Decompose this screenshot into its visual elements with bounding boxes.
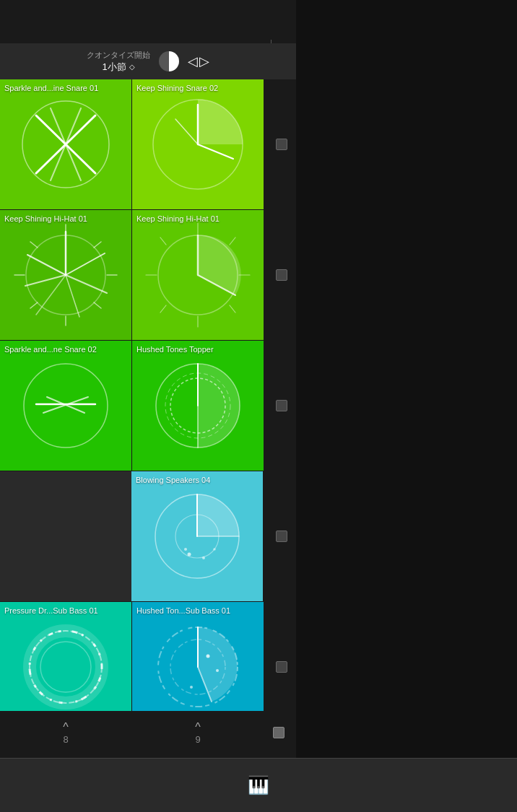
grid-row: Sparkle and...ine Snare 01 Keep Shining … [0, 79, 296, 209]
grid-row: Sparkle and...ne Snare 02 Hushed Tones T… [0, 341, 296, 471]
cell-blowing-speakers-04[interactable]: Blowing Speakers 04 [131, 471, 263, 601]
grid-cells: Sparkle and...ine Snare 01 Keep Shining … [0, 79, 267, 209]
checkbox-2[interactable] [276, 269, 287, 281]
bottom-checkbox[interactable] [273, 727, 284, 738]
navigate-button[interactable]: ◁ ▷ [188, 53, 209, 69]
svg-point-63 [190, 686, 193, 689]
checkbox-area-5 [267, 661, 296, 673]
svg-line-7 [198, 144, 233, 159]
svg-line-18 [94, 242, 101, 248]
cell-label: Keep Shining Hi-Hat 01 [136, 214, 220, 223]
col-number-label-9: 9 [195, 734, 200, 745]
cell-label: Hushed Ton...Sub Bass 01 [136, 606, 230, 615]
svg-point-50 [184, 548, 187, 551]
cell-label: Keep Shining Snare 02 [136, 84, 218, 92]
cell-label: Blowing Speakers 04 [136, 476, 210, 484]
bottom-toolbar: 🎹 [0, 758, 517, 812]
checkbox-1[interactable] [276, 139, 287, 150]
svg-line-12 [66, 275, 107, 293]
checkbox-area-3 [267, 400, 296, 411]
checkbox-5[interactable] [276, 661, 287, 673]
contrast-button[interactable] [159, 51, 179, 71]
svg-line-16 [27, 255, 66, 275]
svg-line-22 [30, 302, 38, 308]
quantize-value: 1小節 ◇ [102, 61, 134, 74]
svg-line-20 [94, 302, 101, 308]
checkbox-3[interactable] [276, 400, 287, 411]
svg-line-31 [230, 305, 235, 313]
svg-line-35 [160, 237, 166, 245]
grid-cells: Keep Shining Hi-Hat 01 [0, 210, 267, 340]
grid-container: Sparkle and...ine Snare 01 Keep Shining … [0, 79, 296, 754]
svg-point-62 [216, 669, 219, 672]
cell-label: Keep Shining Hi-Hat 01 [4, 214, 87, 223]
cell-sparkle-snare-01[interactable]: Sparkle and...ine Snare 01 [0, 79, 131, 209]
grid-row: Keep Shining Hi-Hat 01 [0, 210, 296, 340]
cell-keep-shining-hihat-01a[interactable]: Keep Shining Hi-Hat 01 [0, 210, 131, 340]
right-panel [296, 0, 517, 758]
svg-line-8 [175, 119, 198, 144]
svg-line-14 [36, 275, 66, 315]
chevron-up-icon-8: ^ [63, 721, 69, 734]
bottom-checkbox-area [264, 711, 293, 754]
svg-line-11 [66, 253, 105, 275]
cell-label: Hushed Tones Topper [136, 345, 214, 354]
piano-icon: 🎹 [248, 775, 269, 795]
grid-row: Blowing Speakers 04 [0, 471, 296, 601]
cell-keep-shining-snare-02[interactable]: Keep Shining Snare 02 [132, 79, 264, 209]
cell-label: Sparkle and...ine Snare 01 [4, 84, 98, 92]
svg-line-29 [230, 237, 235, 245]
svg-line-33 [160, 305, 166, 313]
svg-point-61 [207, 655, 210, 658]
header-bar: クオンタイズ開始 1小節 ◇ ◁ ▷ [0, 43, 296, 79]
cell-sparkle-snare-02[interactable]: Sparkle and...ne Snare 02 [0, 341, 131, 471]
grid-cells: Blowing Speakers 04 [0, 471, 267, 601]
checkbox-area-4 [267, 531, 296, 542]
checkbox-4[interactable] [276, 531, 287, 542]
checkbox-area-2 [267, 269, 296, 281]
quantize-label: クオンタイズ開始 [87, 50, 150, 61]
svg-line-24 [30, 242, 38, 248]
svg-point-56 [40, 642, 91, 692]
svg-point-48 [202, 556, 205, 559]
svg-point-49 [213, 548, 216, 551]
bottom-row: ^ 8 ^ 9 [0, 711, 296, 754]
cell-empty [0, 471, 131, 601]
col-number-8[interactable]: ^ 8 [0, 711, 131, 754]
col-number-9[interactable]: ^ 9 [132, 711, 264, 754]
cell-hushed-tones-topper[interactable]: Hushed Tones Topper [132, 341, 264, 471]
arrow-left-icon: ◁ [188, 53, 198, 69]
arrow-right-icon: ▷ [199, 53, 209, 69]
svg-line-13 [66, 275, 79, 317]
cell-keep-shining-hihat-01b[interactable]: Keep Shining Hi-Hat 01 [132, 210, 264, 340]
svg-line-15 [25, 275, 66, 286]
checkbox-area-1 [267, 139, 296, 150]
col-number-label-8: 8 [63, 734, 68, 745]
quantize-info: クオンタイズ開始 1小節 ◇ [87, 50, 150, 74]
grid-cells: Sparkle and...ne Snare 02 Hushed Tones T… [0, 341, 267, 471]
cell-label: Sparkle and...ne Snare 02 [4, 345, 97, 354]
svg-point-47 [188, 553, 191, 556]
cell-label: Pressure Dr...Sub Bass 01 [4, 606, 98, 615]
chevron-up-icon-9: ^ [195, 721, 201, 734]
